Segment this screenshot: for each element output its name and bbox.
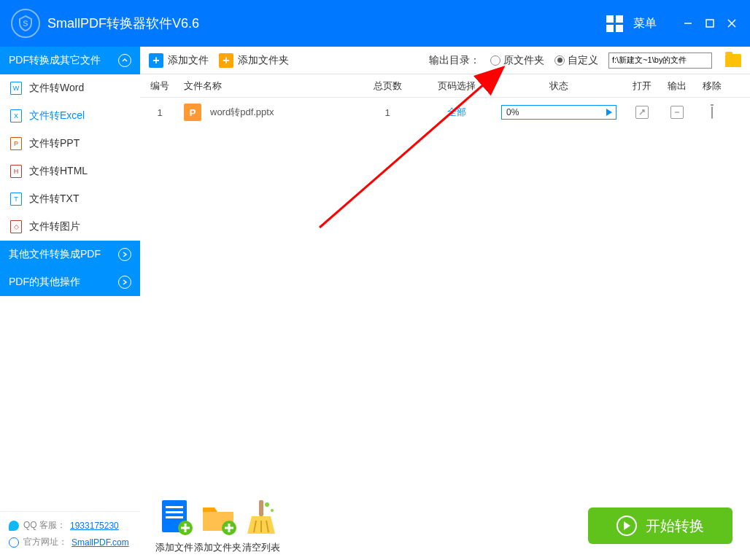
qq-label: QQ 客服： — [23, 519, 66, 532]
add-folder-icon — [198, 497, 238, 537]
ppt-icon: P — [10, 137, 22, 150]
sidebar-item-label: 文件转PPT — [29, 137, 80, 150]
bottom-actions: 添加文件 添加文件夹 清空列表 开始转换 — [140, 491, 750, 560]
col-name: 文件名称 — [177, 79, 355, 93]
row-page-select[interactable]: 全部 — [420, 106, 493, 119]
row-delete — [695, 107, 730, 118]
col-num: 编号 — [143, 79, 177, 93]
sidebar: PDF转换成其它文件 W文件转Word X文件转Excel P文件转PPT H文… — [0, 47, 140, 560]
sidebar-item-label: 文件转Excel — [29, 109, 85, 122]
svg-point-21 — [271, 509, 274, 512]
section-label: 其他文件转换成PDF — [9, 248, 101, 261]
excel-icon: X — [10, 109, 22, 122]
big-add-file-button[interactable]: 添加文件 — [155, 497, 194, 554]
browse-folder-button[interactable] — [725, 54, 741, 67]
col-sel: 页码选择 — [420, 79, 493, 93]
col-pages: 总页数 — [355, 79, 420, 93]
sidebar-section-pdf-other-ops[interactable]: PDF的其他操作 — [0, 268, 140, 296]
ppt-file-icon: P — [184, 104, 201, 121]
sidebar-item-label: 文件转TXT — [29, 192, 79, 206]
ie-icon — [9, 537, 19, 548]
sidebar-item-txt[interactable]: T文件转TXT — [0, 185, 140, 213]
plus-icon: + — [219, 53, 233, 68]
sidebar-item-image[interactable]: ◇文件转图片 — [0, 213, 140, 241]
qq-link[interactable]: 1933175230 — [70, 521, 119, 531]
minimize-button[interactable] — [677, 12, 699, 34]
row-pages: 1 — [355, 107, 420, 118]
output-dir-label: 输出目录： — [429, 54, 480, 67]
qq-icon — [9, 521, 19, 531]
svg-rect-16 — [259, 500, 263, 516]
file-name: word转pdf.pptx — [210, 106, 274, 119]
big-clear-button[interactable]: 清空列表 — [241, 497, 281, 554]
txt-icon: T — [10, 192, 22, 206]
row-name: Pword转pdf.pptx — [177, 104, 355, 121]
add-folder-button[interactable]: +添加文件夹 — [219, 53, 289, 68]
progress-text: 0% — [502, 107, 603, 117]
progress-bar[interactable]: 0% — [501, 105, 616, 120]
svg-rect-2 — [706, 20, 714, 27]
sidebar-item-html[interactable]: H文件转HTML — [0, 158, 140, 185]
radio-custom-folder[interactable]: 自定义 — [554, 54, 598, 67]
close-button[interactable] — [721, 12, 743, 34]
col-out: 输出 — [660, 79, 695, 93]
trash-icon[interactable] — [711, 106, 713, 119]
sidebar-section-pdf-to-other[interactable]: PDF转换成其它文件 — [0, 47, 140, 74]
image-icon: ◇ — [10, 220, 22, 233]
menu-grid-icon — [606, 15, 623, 32]
site-label: 官方网址： — [23, 536, 67, 548]
sidebar-footer: QQ 客服：1933175230 官方网址：SmallPDF.com — [0, 511, 140, 560]
row-output — [660, 106, 695, 119]
output-icon[interactable] — [670, 106, 684, 119]
output-path-input[interactable] — [608, 52, 712, 69]
col-del: 移除 — [695, 79, 730, 93]
sidebar-item-label: 文件转HTML — [29, 165, 88, 178]
svg-point-20 — [265, 502, 269, 507]
sidebar-item-excel[interactable]: X文件转Excel — [0, 102, 140, 130]
svg-rect-8 — [166, 511, 183, 513]
add-folder-label: 添加文件夹 — [238, 54, 289, 67]
row-status: 0% — [493, 105, 625, 120]
add-file-button[interactable]: +添加文件 — [149, 53, 209, 68]
start-label: 开始转换 — [646, 516, 704, 536]
col-open: 打开 — [625, 79, 660, 93]
sidebar-section-other-to-pdf[interactable]: 其他文件转换成PDF — [0, 241, 140, 268]
section-label: PDF的其他操作 — [9, 276, 80, 289]
svg-rect-9 — [166, 516, 183, 518]
table-row[interactable]: 1 Pword转pdf.pptx 1 全部 0% — [140, 98, 750, 127]
sidebar-item-label: 文件转图片 — [29, 220, 80, 233]
sidebar-item-word[interactable]: W文件转Word — [0, 74, 140, 102]
sidebar-item-ppt[interactable]: P文件转PPT — [0, 130, 140, 158]
play-icon — [603, 106, 616, 119]
big-add-folder-label: 添加文件夹 — [194, 541, 241, 554]
row-num: 1 — [143, 107, 177, 118]
row-open — [625, 106, 660, 119]
menu-button[interactable]: 菜单 — [606, 15, 677, 32]
col-status: 状态 — [493, 79, 625, 93]
start-convert-button[interactable]: 开始转换 — [588, 508, 732, 544]
chevron-right-icon — [118, 276, 131, 289]
chevron-right-icon — [118, 248, 131, 261]
app-title: SmallPDF转换器软件V6.6 — [47, 15, 606, 32]
plus-icon: + — [149, 53, 163, 68]
chevron-down-icon — [118, 54, 131, 67]
word-icon: W — [10, 82, 22, 95]
radio-original-folder[interactable]: 原文件夹 — [490, 54, 544, 67]
menu-label: 菜单 — [633, 16, 657, 31]
radio-icon — [490, 55, 500, 66]
play-circle-icon — [616, 516, 637, 536]
radio-icon — [554, 55, 565, 66]
section-label: PDF转换成其它文件 — [9, 54, 101, 67]
toolbar: +添加文件 +添加文件夹 输出目录： 原文件夹 自定义 — [140, 47, 750, 74]
big-add-folder-button[interactable]: 添加文件夹 — [194, 497, 241, 554]
site-link[interactable]: SmallPDF.com — [71, 537, 129, 548]
big-add-file-label: 添加文件 — [155, 541, 193, 554]
app-logo: S — [11, 9, 40, 38]
titlebar: S SmallPDF转换器软件V6.6 菜单 — [0, 0, 750, 47]
broom-icon — [241, 497, 281, 537]
maximize-button[interactable] — [699, 12, 721, 34]
add-file-label: 添加文件 — [168, 54, 209, 67]
open-icon[interactable] — [635, 106, 649, 119]
sidebar-item-label: 文件转Word — [29, 82, 84, 95]
svg-rect-7 — [166, 506, 183, 508]
